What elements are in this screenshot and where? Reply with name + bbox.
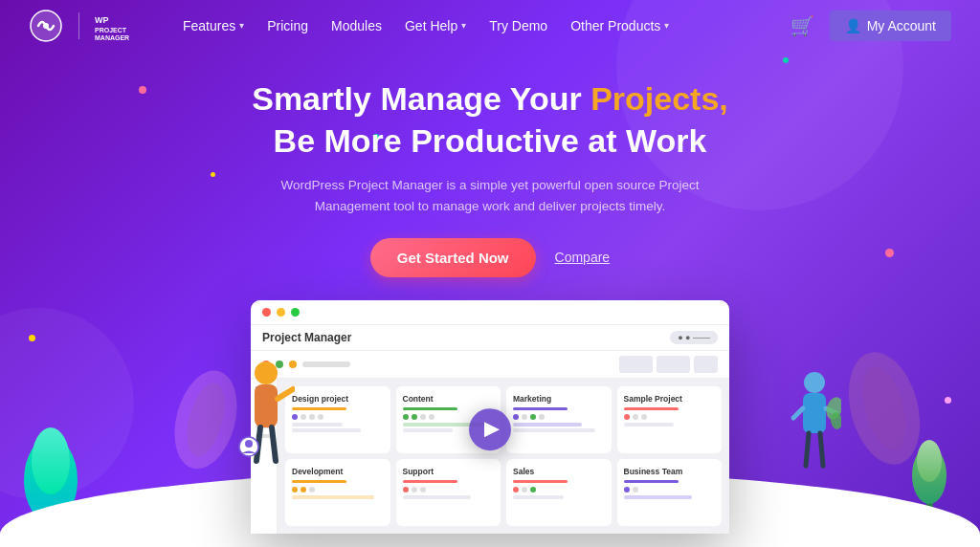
kanban-board: Design project: [278, 379, 729, 534]
kanban-progress: [292, 407, 346, 410]
toolbar-dot-green: [276, 361, 283, 368]
toolbar-dot-orange: [289, 361, 297, 368]
nav-right: 🛒 👤 My Account: [791, 11, 951, 41]
compare-link[interactable]: Compare: [555, 250, 611, 265]
user-icon: 👤: [845, 18, 861, 33]
kanban-col-title: Development: [292, 467, 384, 476]
sidebar-item[interactable]: [256, 425, 273, 428]
logo-separator: [78, 12, 79, 39]
kanban-grid: Design project: [278, 379, 729, 534]
nav-links: Features ▾ Pricing Modules Get Help ▾ Tr…: [173, 12, 791, 39]
cart-icon[interactable]: 🛒: [791, 14, 814, 37]
toolbar-btn[interactable]: [619, 356, 653, 373]
nav-other-products[interactable]: Other Products ▾: [561, 12, 679, 39]
toolbar-btn[interactable]: [657, 356, 690, 373]
kanban-progress: [403, 407, 457, 410]
app-toolbar: [251, 351, 729, 379]
toolbar-right: [619, 356, 718, 373]
chevron-down-icon: ▾: [461, 20, 466, 31]
nav-get-help[interactable]: Get Help ▾: [395, 12, 476, 39]
svg-text:WP: WP: [95, 15, 109, 25]
kanban-dots: [403, 487, 495, 492]
app-header-title: Project Manager: [262, 331, 351, 344]
sidebar-item[interactable]: [256, 386, 273, 390]
hero-title: Smartly Manage Your Projects, Be More Pr…: [19, 77, 961, 162]
play-icon: [484, 422, 500, 437]
kanban-dots: [624, 414, 716, 420]
kanban-col-title: Content: [403, 394, 495, 404]
hero-subtitle: WordPress Project Manager is a simple ye…: [270, 175, 710, 216]
kanban-column: Sample Project: [617, 386, 723, 453]
kanban-dots: [513, 414, 605, 420]
svg-text:PROJECT: PROJECT: [95, 27, 127, 33]
kanban-column: Sales: [506, 459, 612, 526]
kanban-col-title: Business Team: [624, 467, 716, 476]
kanban-progress: [624, 480, 679, 483]
app-preview: Project Manager ● ● ——: [251, 300, 729, 534]
titlebar-green-dot: [291, 308, 300, 317]
kanban-dots: [292, 414, 384, 420]
nav-modules[interactable]: Modules: [322, 12, 391, 39]
kanban-dots: [624, 487, 716, 492]
app-header-badge: ● ● ——: [670, 331, 718, 344]
navigation: WP PROJECT MANAGER Features ▾ Pricing Mo…: [0, 0, 980, 51]
kanban-progress: [624, 407, 679, 410]
kanban-column: Design project: [285, 386, 390, 453]
get-started-button[interactable]: Get Started Now: [370, 238, 536, 277]
svg-text:MANAGER: MANAGER: [95, 34, 129, 41]
logo[interactable]: WP PROJECT MANAGER: [29, 9, 145, 43]
toolbar-bar: [302, 361, 350, 367]
kanban-col-title: Support: [403, 467, 495, 476]
kanban-column: Business Team: [617, 459, 723, 526]
hero-section: Smartly Manage Your Projects, Be More Pr…: [0, 51, 980, 277]
chevron-down-icon: ▾: [239, 20, 244, 31]
my-account-button[interactable]: 👤 My Account: [830, 11, 951, 41]
kanban-progress: [513, 480, 568, 483]
kanban-col-title: Sales: [513, 467, 605, 476]
app-body: Design project: [251, 379, 729, 534]
sidebar-item[interactable]: [256, 415, 273, 419]
app-titlebar: [251, 300, 729, 325]
kanban-dots: [513, 487, 605, 492]
hero-buttons: Get Started Now Compare: [19, 238, 961, 277]
kanban-dots: [292, 487, 384, 492]
toolbar-btn[interactable]: [694, 356, 718, 373]
app-sidebar: [251, 379, 278, 534]
kanban-col-title: Sample Project: [624, 394, 716, 404]
kanban-col-title: Marketing: [513, 394, 605, 404]
sidebar-item[interactable]: [256, 396, 273, 400]
kanban-column: Support: [396, 459, 501, 526]
toolbar-dot-red: [262, 361, 270, 368]
sidebar-item[interactable]: [256, 405, 273, 409]
titlebar-yellow-dot: [277, 308, 285, 317]
nav-pricing[interactable]: Pricing: [257, 12, 318, 39]
play-button[interactable]: [469, 408, 511, 450]
kanban-column: Marketing: [506, 386, 612, 453]
sidebar-item[interactable]: [256, 434, 273, 438]
kanban-progress: [292, 480, 346, 483]
chevron-down-icon: ▾: [664, 20, 669, 31]
nav-features[interactable]: Features ▾: [173, 12, 254, 39]
kanban-col-title: Design project: [292, 394, 384, 404]
kanban-progress: [513, 407, 568, 410]
svg-point-26: [43, 23, 49, 29]
titlebar-red-dot: [262, 308, 271, 317]
nav-try-demo[interactable]: Try Demo: [479, 12, 557, 39]
kanban-column: Development: [285, 459, 390, 526]
kanban-progress: [403, 480, 457, 483]
app-header: Project Manager ● ● ——: [251, 325, 729, 351]
